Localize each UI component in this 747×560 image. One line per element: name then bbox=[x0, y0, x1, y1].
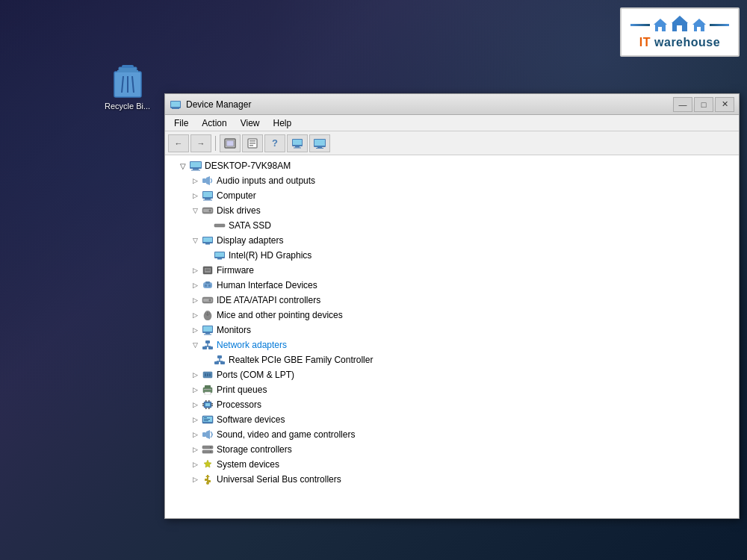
hid-toggle[interactable]: ▷ bbox=[189, 281, 201, 289]
processors-icon bbox=[201, 399, 214, 411]
svg-rect-70 bbox=[205, 333, 210, 335]
svg-rect-103 bbox=[204, 419, 210, 420]
tree-system[interactable]: ▷ System devices bbox=[165, 457, 739, 472]
svg-rect-49 bbox=[203, 237, 212, 242]
tree-area[interactable]: ▽ DESKTOP-7VK98AM ▷ bbox=[165, 155, 739, 518]
svg-rect-25 bbox=[249, 145, 253, 146]
mice-icon bbox=[201, 309, 214, 321]
logo-it: IT bbox=[639, 36, 654, 49]
svg-rect-60 bbox=[205, 284, 207, 287]
svg-rect-53 bbox=[217, 258, 222, 260]
tree-intel-hd[interactable]: Intel(R) HD Graphics bbox=[165, 248, 739, 263]
tree-software[interactable]: ▷ Software devices bbox=[165, 412, 739, 427]
properties-button[interactable] bbox=[242, 134, 263, 152]
tree-ports[interactable]: ▷ Ports (COM & LPT) bbox=[165, 367, 739, 382]
monitors-label: Monitors bbox=[217, 325, 251, 335]
back-button[interactable]: ← bbox=[168, 134, 189, 152]
usb-toggle[interactable]: ▷ bbox=[189, 476, 201, 483]
tree-hid[interactable]: ▷ Human Interface Devices bbox=[165, 278, 739, 293]
svg-rect-50 bbox=[205, 243, 210, 245]
recycle-bin-label: Recycle Bi... bbox=[105, 102, 150, 111]
print-toggle[interactable]: ▷ bbox=[189, 386, 201, 393]
tree-computer[interactable]: ▷ Computer bbox=[165, 188, 739, 203]
tree-mice[interactable]: ▷ Mice and other pointing devices bbox=[165, 308, 739, 323]
svg-rect-72 bbox=[205, 340, 210, 343]
computer-toggle[interactable]: ▷ bbox=[189, 192, 201, 199]
tree-print[interactable]: ▷ Print queues bbox=[165, 382, 739, 397]
mice-label: Mice and other pointing devices bbox=[217, 310, 343, 320]
svg-rect-57 bbox=[205, 270, 210, 271]
tree-processors[interactable]: ▷ Processors bbox=[165, 397, 739, 412]
audio-toggle[interactable]: ▷ bbox=[189, 177, 201, 184]
recycle-bin-icon bbox=[110, 60, 146, 99]
sound-label: Sound, video and game controllers bbox=[217, 429, 355, 440]
usb-icon bbox=[201, 473, 214, 485]
computer-label: Computer bbox=[217, 190, 256, 201]
computer-button[interactable] bbox=[287, 134, 308, 152]
root-toggle[interactable]: ▽ bbox=[177, 162, 189, 170]
firmware-toggle[interactable]: ▷ bbox=[189, 267, 201, 274]
root-icon bbox=[189, 160, 202, 172]
menu-bar: File Action View Help bbox=[165, 115, 739, 131]
tree-storage[interactable]: ▷ Storage controllers bbox=[165, 442, 739, 457]
help-button[interactable]: ? bbox=[264, 134, 285, 152]
monitor-button[interactable] bbox=[309, 134, 330, 152]
storage-toggle[interactable]: ▷ bbox=[189, 446, 201, 453]
processors-toggle[interactable]: ▷ bbox=[189, 401, 201, 408]
audio-icon bbox=[201, 175, 214, 187]
tree-network[interactable]: ▽ Network adapters bbox=[165, 337, 739, 352]
close-button[interactable]: ✕ bbox=[715, 97, 734, 112]
software-toggle[interactable]: ▷ bbox=[189, 416, 201, 423]
svg-rect-104 bbox=[204, 420, 208, 421]
svg-marker-7 bbox=[654, 19, 667, 25]
disk-drives-toggle[interactable]: ▽ bbox=[189, 207, 201, 214]
firmware-icon bbox=[201, 264, 214, 276]
ide-label: IDE ATA/ATAPI controllers bbox=[217, 295, 320, 305]
tree-monitors[interactable]: ▷ Monitors bbox=[165, 323, 739, 337]
ide-toggle[interactable]: ▷ bbox=[189, 296, 201, 304]
menu-view[interactable]: View bbox=[235, 116, 266, 130]
network-icon bbox=[201, 339, 214, 351]
menu-help[interactable]: Help bbox=[267, 116, 298, 130]
svg-rect-89 bbox=[204, 389, 211, 390]
tree-root[interactable]: ▽ DESKTOP-7VK98AM bbox=[165, 158, 739, 173]
tree-realtek[interactable]: Realtek PCIe GBE Family Controller bbox=[165, 352, 739, 367]
display-toggle[interactable]: ▽ bbox=[189, 237, 201, 244]
print-label: Print queues bbox=[217, 385, 267, 395]
tree-audio[interactable]: ▷ Audio inputs and outputs bbox=[165, 173, 739, 188]
root-label: DESKTOP-7VK98AM bbox=[205, 161, 291, 171]
recycle-bin[interactable]: Recycle Bi... bbox=[105, 60, 150, 111]
network-label: Network adapters bbox=[217, 340, 287, 350]
sound-toggle[interactable]: ▷ bbox=[189, 431, 201, 438]
tree-display-adapters[interactable]: ▽ Display adapters bbox=[165, 233, 739, 248]
network-toggle[interactable]: ▽ bbox=[189, 341, 201, 349]
maximize-button[interactable]: □ bbox=[694, 97, 713, 112]
usb-label: Universal Serial Bus controllers bbox=[217, 474, 341, 485]
ports-toggle[interactable]: ▷ bbox=[189, 371, 201, 379]
tree-disk-drives[interactable]: ▽ Disk drives bbox=[165, 203, 739, 218]
mice-toggle[interactable]: ▷ bbox=[189, 311, 201, 319]
system-toggle[interactable]: ▷ bbox=[189, 461, 201, 468]
intel-hd-icon bbox=[213, 249, 226, 261]
svg-rect-93 bbox=[202, 405, 204, 407]
storage-icon bbox=[201, 444, 214, 455]
storage-label: Storage controllers bbox=[217, 444, 292, 455]
tree-ide[interactable]: ▷ IDE ATA/ATAPI controllers bbox=[165, 293, 739, 308]
tree-sound[interactable]: ▷ Sound, video and game controllers bbox=[165, 427, 739, 442]
menu-file[interactable]: File bbox=[168, 116, 194, 130]
show-hidden-button[interactable] bbox=[220, 134, 241, 152]
svg-rect-83 bbox=[205, 373, 206, 376]
window-title: Device Manager bbox=[186, 99, 673, 110]
svg-rect-87 bbox=[205, 385, 211, 388]
tree-sata-ssd[interactable]: SATA SSD bbox=[165, 218, 739, 233]
title-bar-controls: — □ ✕ bbox=[673, 97, 734, 112]
monitors-toggle[interactable]: ▷ bbox=[189, 326, 201, 334]
ports-icon bbox=[201, 369, 214, 381]
print-icon bbox=[201, 384, 214, 396]
minimize-button[interactable]: — bbox=[673, 97, 692, 112]
tree-firmware[interactable]: ▷ Firmware bbox=[165, 263, 739, 278]
tree-usb[interactable]: ▷ Universal Serial Bus controllers bbox=[165, 472, 739, 487]
forward-button[interactable]: → bbox=[190, 134, 211, 152]
svg-rect-35 bbox=[190, 162, 201, 167]
menu-action[interactable]: Action bbox=[196, 116, 232, 130]
